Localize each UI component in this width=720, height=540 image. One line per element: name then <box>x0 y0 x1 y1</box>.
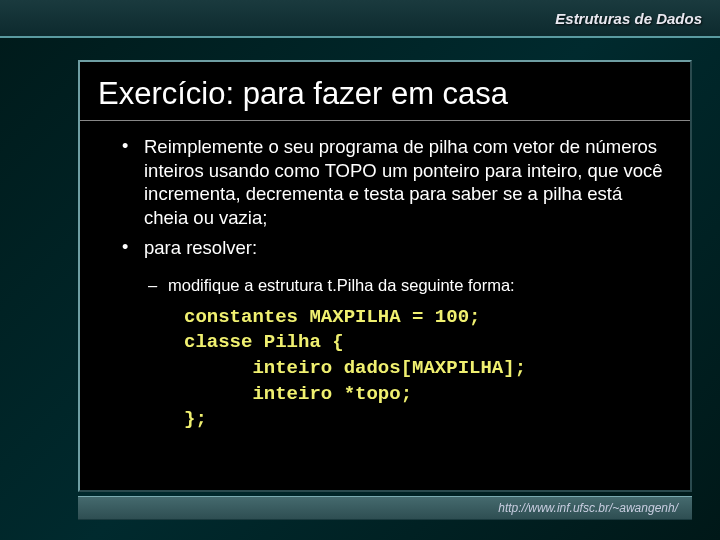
course-title: Estruturas de Dados <box>555 10 702 27</box>
slide-body: Reimplemente o seu programa de pilha com… <box>80 135 690 433</box>
code-block: constantes MAXPILHA = 100; classe Pilha … <box>122 305 670 433</box>
slide-frame: Exercício: para fazer em casa Reimplemen… <box>78 60 692 492</box>
bullet-item: para resolver: <box>122 236 670 260</box>
footer-bar: http://www.inf.ufsc.br/~awangenh/ <box>78 496 692 520</box>
bullet-item: Reimplemente o seu programa de pilha com… <box>122 135 670 230</box>
header-bar: Estruturas de Dados <box>0 0 720 38</box>
bullet-sub-item: modifique a estrutura t.Pilha da seguint… <box>122 275 670 296</box>
slide-title: Exercício: para fazer em casa <box>80 62 690 121</box>
footer-url: http://www.inf.ufsc.br/~awangenh/ <box>498 501 678 515</box>
